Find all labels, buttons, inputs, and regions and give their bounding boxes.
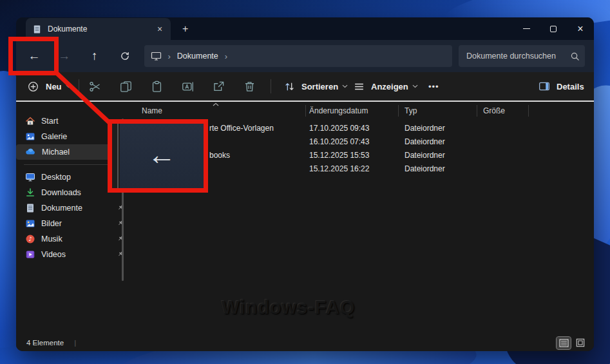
search-input[interactable] (466, 52, 570, 61)
sidebar-item-label: Start (41, 117, 58, 126)
column-header-type[interactable]: Typ (405, 102, 417, 119)
sidebar-item-label: Videos (41, 250, 66, 259)
delete-button[interactable] (242, 72, 257, 101)
details-pane-icon (537, 79, 552, 94)
new-button[interactable]: Neu (25, 72, 71, 101)
breadcrumb-chevron-icon: › (168, 52, 171, 61)
forward-button[interactable]: → (53, 44, 76, 68)
column-header-size[interactable]: Größe (483, 102, 505, 119)
share-icon (211, 79, 226, 94)
sidebar-item-start[interactable]: Start (16, 113, 119, 129)
sidebar-item-desktop[interactable]: Desktop (16, 169, 119, 185)
document-icon (25, 203, 35, 213)
column-separator[interactable] (477, 105, 477, 117)
file-date: 17.10.2025 09:43 (309, 124, 369, 133)
breadcrumb-item-dokumente[interactable]: Dokumente (177, 52, 218, 61)
music-icon: ♪ (25, 234, 35, 244)
file-type: Dateiordner (405, 137, 445, 146)
tab-title: Dokumente (48, 24, 154, 34)
file-date: 15.12.2025 16:22 (309, 164, 369, 173)
titlebar: Dokumente × + × (16, 17, 594, 40)
tab-dokumente[interactable]: Dokumente × (26, 18, 171, 40)
chevron-down-icon (342, 84, 348, 88)
sidebar-item-label: Michael (42, 148, 70, 157)
view-button[interactable]: Anzeigen (351, 72, 418, 101)
sidebar-item-downloads[interactable]: Downloads (16, 185, 119, 200)
new-tab-button[interactable]: + (182, 18, 188, 40)
sidebar-item-label: Downloads (41, 188, 81, 197)
table-row[interactable]: 16.10.2025 07:43 Dateiordner (124, 135, 594, 149)
rename-button[interactable] (180, 72, 195, 101)
refresh-button[interactable] (113, 44, 137, 68)
rename-icon (180, 79, 195, 94)
navigation-bar: ← → ↑ › Dokumente › (16, 40, 594, 72)
copy-button[interactable] (118, 72, 133, 101)
svg-text:♪: ♪ (28, 236, 32, 242)
back-button[interactable]: ← (23, 44, 46, 68)
cut-button[interactable] (87, 72, 102, 101)
home-icon (25, 116, 35, 126)
up-button[interactable]: ↑ (83, 44, 106, 68)
file-list: Name Änderungsdatum Typ Größe rte Office… (124, 102, 594, 334)
windows-faq-watermark: Windows-FAQ (222, 297, 355, 318)
sidebar-item-label: Desktop (41, 173, 71, 182)
file-date: 15.12.2025 15:53 (309, 151, 369, 160)
clipboard-icon (149, 79, 164, 94)
videos-icon (25, 249, 35, 260)
sidebar-divider (24, 164, 117, 165)
address-bar[interactable]: › Dokumente › (144, 45, 452, 67)
toolbar-separator (79, 79, 79, 93)
onedrive-cloud-icon (25, 147, 36, 157)
close-button[interactable]: × (567, 17, 594, 40)
desktop-icon (25, 172, 35, 182)
sort-button[interactable]: Sortieren (281, 72, 348, 101)
icons-view-button[interactable] (573, 337, 587, 349)
sidebar: Start Galerie Michael Desktop (16, 102, 124, 334)
search-icon[interactable] (570, 52, 580, 61)
paste-button[interactable] (149, 72, 164, 101)
sidebar-item-michael[interactable]: Michael (16, 144, 119, 160)
sidebar-item-galerie[interactable]: Galerie (16, 129, 119, 144)
sidebar-item-bilder[interactable]: Bilder (16, 216, 119, 231)
table-row[interactable]: 15.12.2025 16:22 Dateiordner (124, 162, 594, 176)
scissors-icon (87, 79, 102, 94)
sort-ascending-caret-icon (213, 102, 219, 106)
file-type: Dateiordner (405, 164, 445, 173)
document-icon (32, 24, 42, 34)
command-toolbar: Neu (16, 72, 594, 101)
toolbar-separator (271, 79, 271, 93)
status-divider: | (74, 339, 76, 347)
more-options-button[interactable]: ••• (428, 72, 439, 101)
item-count: 4 Elemente (26, 339, 64, 347)
sidebar-item-dokumente[interactable]: Dokumente (16, 200, 119, 216)
breadcrumb-chevron-icon[interactable]: › (225, 52, 227, 61)
file-type: Dateiordner (405, 151, 445, 160)
column-separator[interactable] (528, 105, 529, 117)
column-separator[interactable] (305, 105, 306, 117)
table-row[interactable]: rte Office-Vorlagen 17.10.2025 09:43 Dat… (124, 122, 594, 135)
file-explorer-window: Dokumente × + × ← → ↑ › Dokumente › (16, 17, 594, 351)
column-separator[interactable] (398, 105, 399, 117)
sidebar-item-musik[interactable]: ♪ Musik (16, 231, 119, 247)
share-button[interactable] (211, 72, 226, 101)
chevron-down-icon (412, 84, 418, 88)
refresh-icon (120, 51, 130, 61)
view-toggles (557, 337, 587, 349)
this-pc-icon (151, 51, 162, 61)
maximize-button[interactable] (540, 17, 567, 40)
file-date: 16.10.2025 07:43 (309, 137, 369, 146)
column-header-date[interactable]: Änderungsdatum (309, 102, 368, 119)
search-box[interactable] (459, 45, 585, 67)
sidebar-item-videos[interactable]: Videos (16, 247, 119, 262)
details-pane-button[interactable]: Details (537, 72, 584, 101)
table-row[interactable]: books 15.12.2025 15:53 Dateiordner (124, 149, 594, 162)
sidebar-item-label: Musik (41, 235, 62, 244)
details-view-button[interactable] (557, 337, 571, 349)
column-header-name[interactable]: Name (142, 102, 162, 119)
icons-view-icon (576, 338, 585, 347)
minimize-icon (523, 28, 530, 30)
minimize-button[interactable] (513, 17, 540, 40)
details-pane-label: Details (557, 82, 584, 91)
details-view-icon (559, 339, 569, 347)
tab-close-icon[interactable]: × (154, 24, 166, 34)
